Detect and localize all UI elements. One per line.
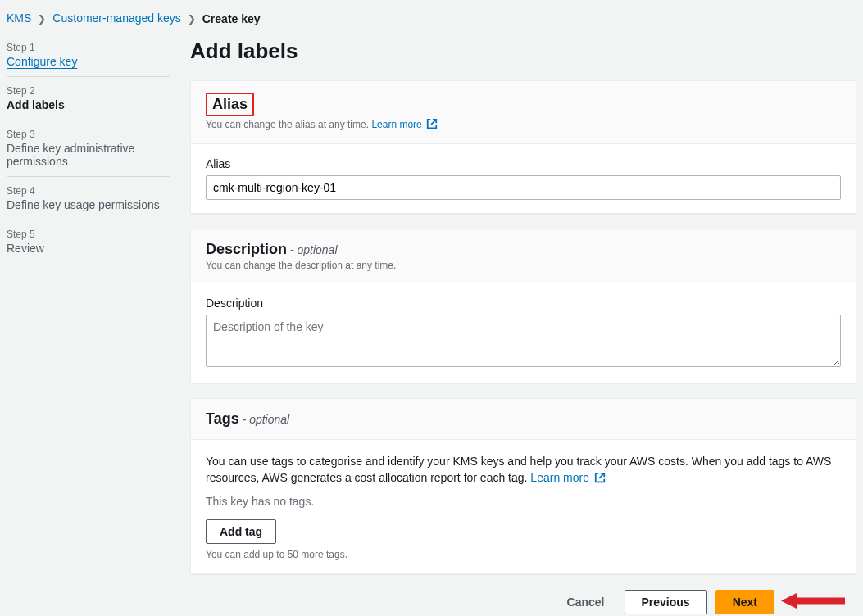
breadcrumb-cmk[interactable]: Customer-managed keys	[52, 11, 180, 25]
tags-body-text: You can use tags to categorise and ident…	[206, 455, 831, 484]
description-panel: Description - optional You can change th…	[190, 229, 856, 383]
tags-learn-more-link[interactable]: Learn more	[530, 471, 605, 484]
tags-panel: Tags - optional You can use tags to cate…	[190, 398, 856, 574]
step-label: Define key usage permissions	[7, 198, 170, 211]
description-field-label: Description	[206, 297, 841, 310]
external-link-icon	[594, 471, 606, 487]
sidebar-step-5: Step 5 Review	[7, 220, 170, 263]
external-link-icon	[426, 118, 438, 132]
step-label: Add labels	[7, 98, 170, 111]
alias-input[interactable]	[206, 175, 841, 200]
previous-button[interactable]: Previous	[625, 590, 707, 614]
chevron-right-icon: ❯	[38, 13, 46, 25]
step-num: Step 2	[7, 85, 170, 97]
breadcrumb: KMS ❯ Customer-managed keys ❯ Create key	[0, 7, 863, 34]
description-desc: You can change the description at any ti…	[206, 260, 841, 271]
alias-panel: Alias You can change the alias at any ti…	[190, 80, 856, 214]
tags-empty-text: This key has no tags.	[206, 495, 841, 508]
sidebar-step-4: Step 4 Define key usage permissions	[7, 177, 170, 220]
chevron-right-icon: ❯	[188, 13, 196, 25]
step-num: Step 3	[7, 129, 170, 140]
description-textarea[interactable]	[206, 315, 841, 367]
tags-optional: - optional	[239, 413, 289, 426]
sidebar-step-3: Step 3 Define key administrative permiss…	[7, 120, 170, 177]
description-title: Description	[206, 241, 287, 257]
alias-title: Alias	[212, 96, 248, 112]
annotation-arrow-icon	[779, 590, 845, 614]
step-num: Step 4	[7, 185, 170, 197]
step-num: Step 1	[7, 42, 170, 53]
description-optional: - optional	[287, 243, 337, 256]
next-button[interactable]: Next	[715, 590, 774, 614]
step-num: Step 5	[7, 229, 170, 240]
page-title: Add labels	[190, 38, 856, 64]
add-tag-button[interactable]: Add tag	[206, 519, 276, 544]
alias-title-highlight: Alias	[206, 93, 254, 116]
tags-title: Tags	[206, 410, 239, 427]
alias-field-label: Alias	[206, 157, 841, 170]
wizard-sidebar: Step 1 Configure key Step 2 Add labels S…	[7, 34, 170, 263]
alias-desc: You can change the alias at any time.	[206, 119, 369, 130]
sidebar-step-1[interactable]: Step 1 Configure key	[7, 34, 170, 77]
step-label: Review	[7, 242, 170, 255]
step-label: Define key administrative permissions	[7, 142, 170, 168]
alias-learn-more-link[interactable]: Learn more	[371, 119, 438, 130]
cancel-button[interactable]: Cancel	[556, 589, 616, 615]
tags-hint: You can add up to 50 more tags.	[206, 549, 841, 560]
breadcrumb-current: Create key	[202, 12, 261, 25]
step-label[interactable]: Configure key	[7, 55, 170, 68]
sidebar-step-2: Step 2 Add labels	[7, 77, 170, 120]
breadcrumb-kms[interactable]: KMS	[7, 11, 31, 25]
wizard-actions: Cancel Previous Next	[190, 589, 774, 615]
main-content: Add labels Alias You can change the alia…	[190, 34, 856, 615]
